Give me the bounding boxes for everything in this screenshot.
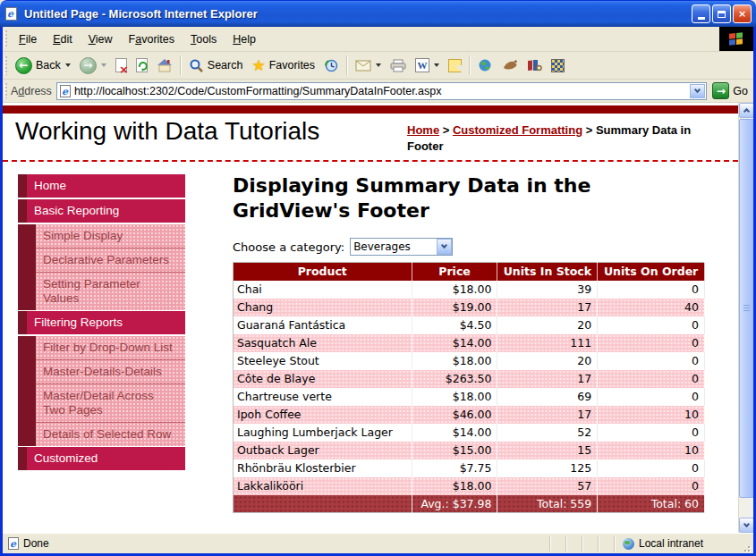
menu-view[interactable]: View — [81, 29, 121, 49]
home-button[interactable] — [152, 56, 177, 74]
summary-cell — [234, 495, 412, 513]
value-cell: $19.00 — [412, 299, 497, 316]
sidebar-item-filtering-reports[interactable]: Filtering Reports — [18, 311, 185, 334]
menu-help[interactable]: Help — [225, 29, 264, 49]
value-cell: 125 — [497, 459, 598, 477]
sidebar-item-simple-display[interactable]: Simple Display — [18, 224, 185, 248]
product-cell: Sasquatch Ale — [234, 334, 412, 352]
sidebar-item-master-detail-across-two-pages[interactable]: Master/Detail Across Two Pages — [18, 383, 185, 422]
research-button[interactable] — [522, 56, 547, 74]
printer-icon — [390, 59, 406, 72]
search-icon — [189, 58, 204, 73]
value-cell: 20 — [497, 316, 598, 334]
table-row: Chang$19.001740 — [234, 299, 705, 316]
menu-edit[interactable]: Edit — [45, 29, 81, 49]
sidebar-item-label: Customized — [27, 447, 185, 470]
address-dropdown-button[interactable] — [690, 84, 705, 98]
scroll-up-button[interactable] — [739, 103, 753, 118]
scrollbar-thumb[interactable] — [739, 119, 753, 498]
print-button[interactable] — [386, 57, 411, 74]
table-row: Rhönbräu Klosterbier$7.751250 — [234, 459, 705, 477]
edit-dropdown-caret-icon — [434, 63, 439, 67]
address-input[interactable]: e http://localhost:2302/Code/CustomForma… — [56, 82, 707, 100]
column-header: Units In Stock — [497, 263, 598, 281]
toolbar-grip-handle[interactable] — [4, 56, 7, 75]
table-row: Outback Lager$15.001510 — [234, 442, 705, 459]
messenger-button[interactable] — [547, 57, 569, 74]
close-button[interactable]: × — [733, 4, 752, 23]
sidebar-item-customized[interactable]: Customized — [18, 447, 185, 470]
table-row: Chai$18.00390 — [234, 281, 705, 299]
edit-with-word-button[interactable]: W — [411, 56, 444, 74]
favorites-button[interactable]: ★ Favorites — [247, 56, 319, 75]
value-cell: 0 — [598, 334, 705, 352]
go-button[interactable]: → Go — [712, 82, 748, 99]
table-row: Côte de Blaye$263.50170 — [234, 370, 705, 388]
back-button[interactable]: ← Back — [11, 55, 75, 76]
word-icon: W — [415, 58, 429, 72]
window-title: Untitled Page - Microsoft Internet Explo… — [24, 7, 692, 21]
sidebar-item-master-details-details[interactable]: Master-Details-Details — [18, 359, 185, 383]
forward-button[interactable]: → — [75, 55, 111, 76]
breadcrumb-link[interactable]: Customized Formatting — [453, 123, 582, 137]
standard-toolbar: ← Back → × — [3, 52, 753, 80]
mail-envelope-icon — [355, 60, 371, 72]
refresh-button[interactable] — [132, 56, 152, 74]
value-cell: 0 — [598, 424, 705, 442]
sidebar-item-setting-parameter-values[interactable]: Setting Parameter Values — [18, 272, 185, 310]
table-row: Sasquatch Ale$14.001110 — [234, 334, 705, 352]
value-cell: 17 — [497, 299, 598, 316]
vertical-scrollbar[interactable] — [738, 103, 753, 533]
menu-bar-items: FileEditViewFavoritesToolsHelp — [11, 29, 264, 49]
nav-accent-block — [18, 422, 36, 446]
breadcrumb: Home > Customized Formatting > Summary D… — [407, 117, 729, 154]
resize-grip-handle[interactable] — [739, 541, 752, 553]
product-cell: Laughing Lumberjack Lager — [234, 424, 412, 442]
discuss-button[interactable] — [444, 57, 466, 74]
sidebar-item-basic-reporting[interactable]: Basic Reporting — [18, 199, 185, 223]
go-button-label: Go — [733, 85, 748, 97]
breadcrumb-link[interactable]: Home — [407, 123, 439, 137]
menubar-grip-handle[interactable] — [4, 30, 7, 47]
back-dropdown-caret-icon — [65, 63, 71, 67]
mail-dropdown-caret-icon — [376, 63, 381, 67]
product-cell: Lakkalikööri — [234, 477, 412, 495]
menu-tools[interactable]: Tools — [183, 29, 225, 49]
value-cell: 17 — [497, 406, 598, 424]
table-row: Steeleye Stout$18.00200 — [234, 352, 705, 370]
sidebar-item-home[interactable]: Home — [18, 174, 185, 198]
mail-button[interactable] — [351, 58, 386, 73]
minimize-button[interactable] — [692, 4, 710, 23]
value-cell: 0 — [598, 352, 705, 370]
stop-button[interactable]: × — [111, 56, 132, 74]
category-select-value: Beverages — [351, 240, 437, 253]
value-cell: 69 — [497, 388, 598, 406]
stop-icon: × — [115, 58, 127, 72]
sidebar-item-filter-by-drop-down-list[interactable]: Filter by Drop-Down List — [18, 336, 185, 359]
scroll-down-button[interactable] — [739, 518, 753, 533]
search-button[interactable]: Search — [184, 56, 248, 75]
maximize-button[interactable] — [712, 4, 731, 23]
nav-accent-block — [18, 447, 27, 470]
addressbar-grip-handle[interactable] — [4, 83, 7, 99]
sidebar-item-label: Master-Details-Details — [36, 359, 185, 383]
menu-file[interactable]: File — [11, 29, 45, 49]
page-title: Displaying Summary Data in the GridView'… — [233, 173, 619, 223]
chevron-down-icon — [437, 239, 452, 255]
msn-button[interactable] — [473, 56, 497, 75]
history-button[interactable] — [319, 56, 344, 75]
value-cell: $18.00 — [412, 388, 497, 406]
value-cell: $7.75 — [412, 459, 497, 477]
sidebar-item-declarative-parameters[interactable]: Declarative Parameters — [18, 248, 185, 272]
menu-favorites[interactable]: Favorites — [121, 29, 183, 49]
sidebar-item-details-of-selected-row[interactable]: Details of Selected Row — [18, 422, 185, 446]
addon-button[interactable] — [497, 57, 522, 73]
value-cell: 0 — [598, 281, 705, 299]
value-cell: 10 — [598, 406, 705, 424]
main-content: Displaying Summary Data in the GridView'… — [233, 173, 705, 513]
value-cell: $263.50 — [412, 370, 497, 388]
back-button-label: Back — [36, 59, 61, 72]
product-cell: Chartreuse verte — [234, 388, 412, 406]
sidebar-item-label: Filter by Drop-Down List — [36, 336, 185, 359]
category-select[interactable]: Beverages — [350, 238, 453, 256]
